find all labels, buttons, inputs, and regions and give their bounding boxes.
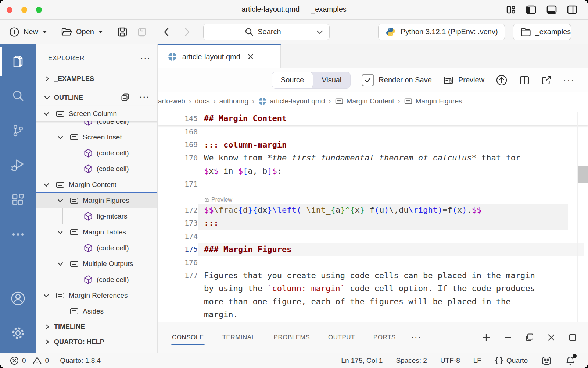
toggle-secondary-sidebar-icon[interactable]: [567, 4, 578, 15]
breadcrumb-item[interactable]: Margin Content: [335, 97, 394, 106]
code-line: more than one figure, each of the figure…: [158, 295, 588, 308]
outline-item-margin-figures[interactable]: Margin Figures: [36, 192, 157, 208]
search-input[interactable]: Search: [203, 24, 330, 40]
outline-item--code-cell-[interactable]: (code cell): [36, 121, 157, 129]
feedback-icon[interactable]: [541, 355, 552, 366]
symbol-section-icon: [67, 196, 81, 205]
outline-item--code-cell-[interactable]: (code cell): [36, 272, 157, 287]
sidebar-section-outline[interactable]: OUTLINE ···: [36, 89, 157, 106]
error-icon: [10, 356, 19, 365]
minimize-icon[interactable]: [503, 333, 512, 342]
notifications-bell-icon[interactable]: [565, 355, 576, 366]
close-icon[interactable]: [247, 53, 254, 60]
new-button[interactable]: New: [5, 26, 51, 38]
editor-more-actions-icon[interactable]: ···: [563, 78, 575, 82]
visual-mode-button[interactable]: Visual: [313, 72, 350, 88]
split-editor-icon[interactable]: [519, 75, 530, 86]
panel-tab-terminal[interactable]: TERMINAL: [222, 329, 256, 346]
save-button[interactable]: [113, 26, 132, 38]
eol-status[interactable]: LF: [473, 357, 481, 365]
workspace-folder-button[interactable]: _examples: [513, 24, 571, 40]
activity-bar-item-search[interactable]: [0, 79, 36, 113]
quarto-version-status[interactable]: Quarto: 1.8.4: [60, 357, 101, 365]
outline-item-label: (code cell): [97, 121, 129, 125]
outline-item-margin-tables[interactable]: Margin Tables: [36, 224, 157, 240]
encoding-status[interactable]: UTF-8: [440, 357, 460, 365]
breadcrumb-item[interactable]: docs: [195, 97, 209, 105]
problems-status[interactable]: 0 0: [10, 356, 49, 365]
toggle-primary-sidebar-icon[interactable]: [526, 4, 537, 15]
chevron-right-icon: [40, 323, 54, 330]
preview-button[interactable]: Preview: [443, 75, 484, 86]
breadcrumb-item[interactable]: article-layout.qmd: [258, 97, 325, 106]
activity-bar-item-settings[interactable]: [0, 316, 36, 350]
breadcrumb-item[interactable]: Margin Figures: [404, 97, 462, 106]
vscode-window: article-layout.qmd — _examples New Open: [0, 0, 588, 368]
sidebar-section-quarto-help[interactable]: QUARTO: HELP: [36, 334, 157, 350]
activity-bar-item-run-debug[interactable]: [0, 148, 36, 183]
breadcrumb-item[interactable]: authoring: [219, 97, 248, 105]
debug-icon: [10, 157, 26, 173]
save-all-button[interactable]: [132, 26, 151, 38]
outline-item-screen-inset[interactable]: Screen Inset: [36, 129, 157, 145]
publish-icon[interactable]: [495, 74, 508, 86]
python-interpreter-button[interactable]: Python 3.12.1 (PipEnv: .venv): [378, 24, 505, 40]
panel-tab-problems[interactable]: PROBLEMS: [273, 329, 311, 346]
code-editor[interactable]: 145 ## Margin Content 168169::: column-m…: [158, 112, 588, 322]
close-icon[interactable]: [547, 333, 556, 342]
source-mode-button[interactable]: Source: [272, 72, 313, 89]
activity-bar-item-extensions[interactable]: [0, 183, 36, 217]
panel-tab-ports[interactable]: PORTS: [373, 329, 397, 346]
activity-bar-item-more[interactable]: [0, 217, 36, 252]
outline-item-label: Margin References: [69, 291, 128, 300]
cursor-position-status[interactable]: Ln 175, Col 1: [341, 357, 383, 365]
files-icon: [10, 54, 26, 69]
notification-badge: [573, 354, 577, 358]
outline-item--code-cell-[interactable]: (code cell): [36, 240, 157, 256]
customize-layout-icon[interactable]: [506, 4, 516, 15]
chevron-down-icon[interactable]: [316, 29, 323, 35]
sidebar-section-examples[interactable]: _EXAMPLES: [36, 68, 157, 89]
panel-more-tabs-icon[interactable]: ···: [411, 336, 422, 339]
activity-bar-item-account[interactable]: [0, 281, 36, 316]
sticky-scroll-line[interactable]: 145 ## Margin Content: [158, 112, 588, 125]
explorer-more-actions-icon[interactable]: ···: [140, 56, 151, 60]
outline-item--code-cell-[interactable]: (code cell): [36, 161, 157, 177]
outline-item-asides[interactable]: Asides: [36, 303, 157, 319]
navigate-forward-button[interactable]: [179, 26, 195, 38]
sidebar-section-timeline[interactable]: TIMELINE: [36, 319, 157, 334]
indentation-status[interactable]: Spaces: 2: [396, 357, 427, 365]
outline-more-actions-icon[interactable]: ···: [140, 96, 150, 99]
outline-item-screen-column[interactable]: Screen Column: [36, 106, 157, 121]
render-on-save-control[interactable]: Render on Save: [362, 74, 432, 86]
activity-bar-item-source-control[interactable]: [0, 113, 36, 148]
maximize-icon[interactable]: [568, 333, 577, 342]
activity-bar-item-explorer[interactable]: [0, 44, 36, 79]
toolbar-divider: [110, 26, 110, 38]
collapse-all-icon[interactable]: [121, 93, 130, 102]
navigate-back-button[interactable]: [158, 26, 175, 38]
open-button[interactable]: Open: [57, 26, 107, 38]
toggle-panel-icon[interactable]: [546, 4, 557, 15]
language-mode-status[interactable]: Quarto: [495, 356, 528, 365]
plus-icon[interactable]: [481, 333, 491, 342]
panel-tab-console[interactable]: CONSOLE: [171, 329, 205, 346]
tab-article-layout[interactable]: article-layout.qmd: [158, 44, 281, 68]
open-external-icon[interactable]: [541, 75, 552, 86]
outline-item-label: Multiple Outputs: [83, 260, 133, 268]
outline-item-margin-references[interactable]: Margin References: [36, 287, 157, 303]
open-button-label: Open: [76, 28, 94, 36]
codelens-label[interactable]: Preview: [211, 197, 232, 203]
outline-item-margin-content[interactable]: Margin Content: [36, 177, 157, 192]
outline-item--code-cell-[interactable]: (code cell): [36, 145, 157, 161]
checkbox-checked-icon[interactable]: [362, 74, 374, 86]
error-count: 0: [22, 357, 26, 365]
panel-tab-output[interactable]: OUTPUT: [327, 329, 356, 346]
scrollbar-thumb[interactable]: [578, 166, 588, 183]
editor-scrollbar[interactable]: [577, 112, 588, 322]
breadcrumb-item[interactable]: arto-web: [158, 97, 185, 105]
outline-item-multiple-outputs[interactable]: Multiple Outputs: [36, 256, 157, 272]
split-panel-icon[interactable]: [525, 333, 534, 342]
codelens-preview[interactable]: Preview: [158, 191, 588, 204]
outline-item-fig-mtcars[interactable]: fig-mtcars: [36, 208, 157, 224]
